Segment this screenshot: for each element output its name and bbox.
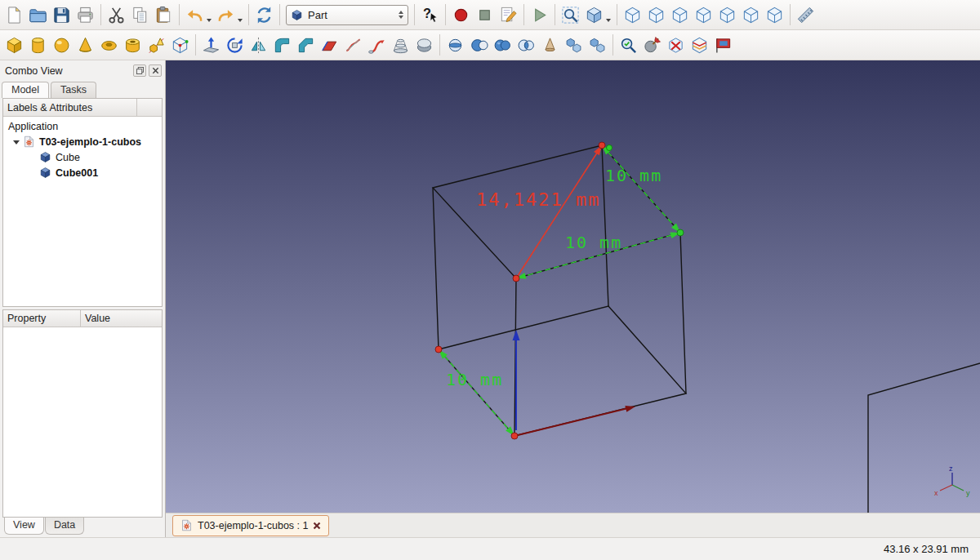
join-connect-button[interactable]	[538, 33, 562, 57]
document-tab-close-button[interactable]	[313, 522, 321, 530]
view-left-button[interactable]	[763, 3, 786, 27]
explode-compound-button[interactable]	[586, 33, 609, 57]
check-geometry-button[interactable]	[617, 33, 640, 57]
revolve-button[interactable]	[223, 33, 247, 57]
macro-stop-button[interactable]	[473, 3, 497, 27]
make-compound-button[interactable]	[562, 33, 586, 57]
defeaturing-icon	[643, 36, 662, 55]
macro-edit-icon	[499, 6, 518, 24]
remove-shape-button[interactable]	[664, 33, 688, 57]
toolbar-separator	[790, 4, 791, 25]
toolbar-separator	[617, 4, 617, 25]
toolbar-standard: Part	[0, 0, 980, 30]
whats-this-button[interactable]	[418, 3, 442, 27]
fit-all-button[interactable]	[559, 3, 582, 27]
macro-play-button[interactable]	[528, 3, 551, 27]
boolean-union-button[interactable]	[491, 33, 514, 57]
boolean-common-button[interactable]	[514, 33, 538, 57]
toolbar-separator	[414, 4, 415, 25]
expander-icon[interactable]	[13, 140, 20, 144]
measure-linear-icon	[796, 6, 815, 24]
mirror-button[interactable]	[247, 33, 270, 57]
tree-item-application[interactable]: Application	[3, 118, 162, 134]
workbench-selector[interactable]: Part	[286, 5, 408, 25]
refresh-button[interactable]	[252, 3, 276, 27]
cube-icon	[39, 167, 51, 179]
fit-all-icon	[561, 6, 580, 24]
tree-item-cube[interactable]: Cube	[3, 149, 162, 165]
primitive-box-icon	[5, 36, 24, 55]
cut-button[interactable]	[105, 3, 128, 27]
fillet-button[interactable]	[270, 33, 294, 57]
boolean-operation-icon	[446, 36, 465, 55]
view-isometric-button[interactable]	[621, 3, 644, 27]
cross-sections-button[interactable]	[688, 33, 711, 57]
view-bottom-button[interactable]	[739, 3, 763, 27]
primitive-sphere-button[interactable]	[50, 33, 74, 57]
extrude-button[interactable]	[199, 33, 223, 57]
new-document-button[interactable]	[2, 3, 26, 27]
primitive-cone-button[interactable]	[74, 33, 97, 57]
save-document-button[interactable]	[50, 3, 74, 27]
tree-item-cube001[interactable]: Cube001	[3, 165, 162, 180]
tab-data[interactable]: Data	[45, 518, 84, 535]
cut-icon	[107, 6, 126, 24]
macro-edit-button[interactable]	[497, 3, 520, 27]
value-column-header[interactable]: Value	[81, 310, 162, 327]
view-left-icon	[765, 6, 784, 24]
tab-tasks[interactable]: Tasks	[51, 82, 96, 98]
view-right-button[interactable]	[692, 3, 715, 27]
ruled-surface-button[interactable]	[341, 33, 365, 57]
viewport-background[interactable]	[166, 60, 980, 513]
redo-dropdown-arrow[interactable]	[238, 19, 243, 22]
chamfer-button[interactable]	[294, 33, 318, 57]
primitive-tube-button[interactable]	[121, 33, 145, 57]
extrude-icon	[202, 36, 220, 55]
view-top-button[interactable]	[668, 3, 692, 27]
boolean-operation-button[interactable]	[443, 33, 467, 57]
defeaturing-button[interactable]	[640, 33, 664, 57]
combo-spinner-icon[interactable]	[399, 11, 403, 19]
primitive-cylinder-button[interactable]	[26, 33, 50, 57]
offset-button[interactable]	[412, 33, 436, 57]
chamfer-icon	[296, 36, 315, 55]
view-front-button[interactable]	[644, 3, 668, 27]
property-column-header[interactable]: Property	[3, 310, 81, 327]
panel-close-button[interactable]	[149, 64, 162, 77]
shape-builder-button[interactable]	[168, 33, 192, 57]
redo-button[interactable]	[214, 3, 238, 27]
primitive-torus-icon	[100, 36, 118, 55]
create-primitives-button[interactable]	[145, 33, 168, 57]
undo-button[interactable]	[183, 3, 207, 27]
sweep-button[interactable]	[365, 33, 389, 57]
tab-view[interactable]: View	[4, 518, 44, 535]
view-rear-button[interactable]	[715, 3, 739, 27]
toolbar-separator	[555, 4, 555, 25]
panel-float-button[interactable]	[133, 64, 146, 77]
tab-model[interactable]: Model	[2, 82, 49, 98]
migrate-button[interactable]	[711, 33, 735, 57]
loft-button[interactable]	[389, 33, 412, 57]
primitive-torus-button[interactable]	[97, 33, 121, 57]
new-document-icon	[5, 6, 24, 24]
make-face-button[interactable]	[318, 33, 341, 57]
boolean-cut-button[interactable]	[467, 33, 491, 57]
dim-left-label: 10 mm	[446, 370, 503, 389]
macro-record-button[interactable]	[449, 3, 473, 27]
copy-button[interactable]	[128, 3, 152, 27]
paste-button[interactable]	[152, 3, 176, 27]
3d-viewport[interactable]: 14,1421 mm 10 mm 10 mm 10 mm	[166, 60, 980, 513]
document-icon	[23, 136, 35, 148]
document-tab[interactable]: T03-ejemplo-1-cubos : 1	[172, 515, 329, 536]
primitive-box-button[interactable]	[2, 33, 26, 57]
measure-linear-button[interactable]	[794, 3, 817, 27]
view-axonometric-dropdown-arrow[interactable]	[606, 19, 611, 22]
combo-view-titlebar: Combo View	[0, 60, 165, 79]
view-axonometric-button[interactable]	[582, 3, 606, 27]
primitive-cone-icon	[76, 36, 95, 55]
tree-item-document[interactable]: T03-ejemplo-1-cubos	[3, 134, 162, 149]
undo-dropdown-arrow[interactable]	[207, 19, 212, 22]
open-document-button[interactable]	[26, 3, 50, 27]
print-button[interactable]	[74, 3, 97, 27]
view-axonometric-icon	[585, 6, 604, 24]
